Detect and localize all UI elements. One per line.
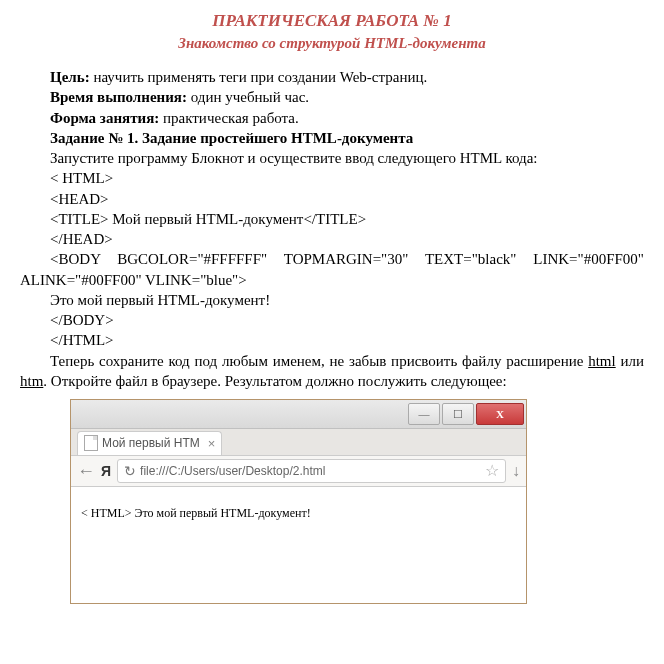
browser-window: — ☐ X Мой первый HTM × ← Я ↻ file:///C:/… [70,399,527,604]
code-line-2: <HEAD> [20,189,644,209]
code-line-5: <BODY BGCOLOR="#FFFFFF" TOPMARGIN="30" T… [20,249,644,290]
window-titlebar: — ☐ X [71,400,526,429]
rendered-text: < HTML> Это мой первый HTML-документ! [81,506,311,520]
goal-label: Цель: [50,69,93,85]
tab-close-icon[interactable]: × [208,435,216,453]
goal-line: Цель: научить применять теги при создани… [20,67,644,87]
post-1a: Теперь сохраните код под любым именем, н… [50,353,588,369]
post-1c: или [616,353,644,369]
bookmark-icon[interactable]: ☆ [485,460,499,482]
tab-strip: Мой первый HTM × [71,429,526,456]
browser-tab[interactable]: Мой первый HTM × [77,431,222,456]
url-text: file:///C:/Users/user/Desktop/2.html [140,463,325,479]
code-line-8: </HTML> [20,330,644,350]
address-bar[interactable]: ↻ file:///C:/Users/user/Desktop/2.html ☆ [117,459,506,483]
code-line-4: </HEAD> [20,229,644,249]
code-line-1: < HTML> [20,168,644,188]
page-icon [84,435,98,451]
close-button[interactable]: X [476,403,524,425]
download-icon[interactable]: ↓ [512,460,520,482]
page-content: < HTML> Это мой первый HTML-документ! [71,487,526,603]
code-line-7: </BODY> [20,310,644,330]
code-line-3: <TITLE> Мой первый HTML-документ</TITLE> [20,209,644,229]
back-icon[interactable]: ← [77,459,95,483]
minimize-button[interactable]: — [408,403,440,425]
goal-text: научить применять теги при создании Web-… [93,69,427,85]
refresh-icon[interactable]: ↻ [124,462,136,481]
time-text: один учебный час. [191,89,309,105]
yandex-logo[interactable]: Я [101,462,111,481]
form-line: Форма занятия: практическая работа. [20,108,644,128]
tab-title: Мой первый HTM [102,435,200,451]
post-instruction: Теперь сохраните код под любым именем, н… [20,351,644,392]
form-label: Форма занятия: [50,110,163,126]
instruction-1: Запустите программу Блокнот и осуществит… [20,148,644,168]
time-line: Время выполнения: один учебный час. [20,87,644,107]
maximize-button[interactable]: ☐ [442,403,474,425]
form-text: практическая работа. [163,110,299,126]
doc-title: ПРАКТИЧЕСКАЯ РАБОТА № 1 [20,10,644,33]
address-bar-row: ← Я ↻ file:///C:/Users/user/Desktop/2.ht… [71,456,526,487]
code-line-6: Это мой первый HTML-документ! [20,290,644,310]
task-heading: Задание № 1. Задание простейшего HTML-до… [20,128,644,148]
post-1d: htm [20,373,43,389]
post-1b: html [588,353,616,369]
time-label: Время выполнения: [50,89,191,105]
doc-subtitle: Знакомство со структурой HTML-документа [20,33,644,53]
post-1e: . Откройте файл в браузере. Результатом … [43,373,506,389]
